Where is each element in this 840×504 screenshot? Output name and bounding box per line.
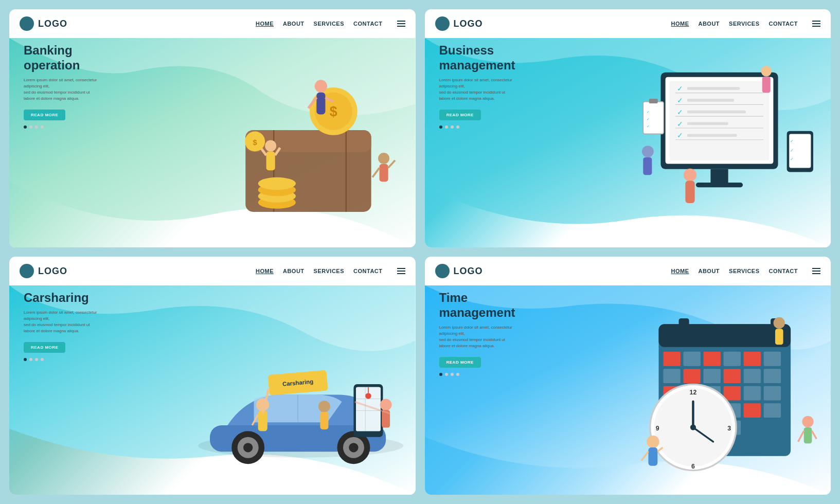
carsharing-svg: Carsharing xyxy=(151,285,415,495)
svg-line-140 xyxy=(798,431,803,442)
svg-line-141 xyxy=(812,431,816,439)
illustration-time: 12 3 6 9 xyxy=(567,285,831,495)
svg-rect-27 xyxy=(710,169,728,184)
svg-rect-133 xyxy=(648,447,657,466)
svg-point-68 xyxy=(243,443,253,452)
illustration-business: ✓ ✓ ✓ ✓ ✓ xyxy=(567,38,831,247)
svg-point-131 xyxy=(690,424,696,430)
svg-rect-75 xyxy=(258,410,267,431)
card-desc-banking: Lorem ipsum dolor sit amet, consectetur … xyxy=(24,77,106,102)
dot-1 xyxy=(439,125,442,129)
svg-rect-28 xyxy=(696,183,743,187)
read-more-business[interactable]: READ MORE xyxy=(439,110,481,120)
logo-area-banking: LOGO xyxy=(20,16,67,31)
nav-about-business[interactable]: ABOUT xyxy=(698,21,720,27)
nav-contact-banking[interactable]: CONTACT xyxy=(353,21,382,27)
svg-rect-40 xyxy=(687,87,740,90)
card-title-banking: Banking operation xyxy=(24,43,106,73)
hamburger-line xyxy=(397,23,405,24)
nav-services-banking[interactable]: SERVICES xyxy=(314,21,344,27)
nav-contact-time[interactable]: CONTACT xyxy=(769,268,798,274)
nav-home-time[interactable]: HOME xyxy=(671,268,689,274)
time-svg: 12 3 6 9 xyxy=(567,285,831,495)
logo-text-banking: LOGO xyxy=(38,19,67,29)
business-svg: ✓ ✓ ✓ ✓ ✓ xyxy=(567,38,831,247)
card-banking: LOGO HOME ABOUT SERVICES CONTACT xyxy=(9,9,416,247)
svg-text:$: $ xyxy=(330,104,337,119)
dot-4 xyxy=(456,125,459,129)
svg-point-138 xyxy=(802,416,813,427)
nav-home-carsharing[interactable]: HOME xyxy=(256,268,274,274)
svg-text:$: $ xyxy=(253,138,257,147)
card-carsharing: LOGO HOME ABOUT SERVICES CONTACT xyxy=(9,257,416,495)
hamburger-line xyxy=(397,26,405,27)
logo-area-carsharing: LOGO xyxy=(20,264,67,278)
nav-home-business[interactable]: HOME xyxy=(671,21,689,27)
nav-links-carsharing: HOME ABOUT SERVICES CONTACT xyxy=(256,268,405,274)
hamburger-business[interactable] xyxy=(812,21,820,27)
text-section-time: Time management Lorem ipsum dolor sit am… xyxy=(439,291,522,376)
nav-contact-carsharing[interactable]: CONTACT xyxy=(353,268,382,274)
illustration-carsharing: Carsharing xyxy=(151,285,415,495)
logo-circle-banking xyxy=(20,16,34,31)
svg-rect-22 xyxy=(380,164,388,182)
nav-services-business[interactable]: SERVICES xyxy=(729,21,759,27)
svg-rect-44 xyxy=(687,134,737,137)
svg-point-78 xyxy=(318,401,330,412)
hamburger-line xyxy=(812,26,820,27)
svg-text:✓: ✓ xyxy=(790,148,794,153)
dot-1 xyxy=(439,373,442,376)
nav-services-time[interactable]: SERVICES xyxy=(729,268,759,274)
logo-area-business: LOGO xyxy=(435,16,483,31)
svg-text:9: 9 xyxy=(656,425,659,432)
svg-rect-95 xyxy=(663,352,680,366)
dots-banking xyxy=(24,125,106,129)
dot-2 xyxy=(445,125,448,129)
card-title-time: Time management xyxy=(439,291,522,320)
card-time: LOGO HOME ABOUT SERVICES CONTACT xyxy=(425,257,831,495)
nav-home-banking[interactable]: HOME xyxy=(256,21,274,27)
card-business: LOGO HOME ABOUT SERVICES CONTACT xyxy=(425,9,831,247)
svg-text:✓: ✓ xyxy=(790,139,794,144)
svg-line-134 xyxy=(641,452,648,461)
nav-about-carsharing[interactable]: ABOUT xyxy=(283,268,305,274)
svg-rect-137 xyxy=(775,329,783,345)
logo-text-time: LOGO xyxy=(454,266,483,277)
logo-text-business: LOGO xyxy=(454,19,483,29)
hamburger-carsharing[interactable] xyxy=(397,268,405,274)
read-more-banking[interactable]: READ MORE xyxy=(24,110,65,120)
dot-4 xyxy=(41,125,44,129)
svg-point-86 xyxy=(366,393,371,399)
nav-services-carsharing[interactable]: SERVICES xyxy=(314,268,344,274)
read-more-time[interactable]: READ MORE xyxy=(439,357,481,368)
dot-3 xyxy=(451,125,454,129)
hamburger-time[interactable] xyxy=(812,268,820,274)
svg-point-88 xyxy=(380,399,392,411)
svg-point-49 xyxy=(761,66,772,77)
svg-rect-101 xyxy=(663,369,680,383)
read-more-carsharing[interactable]: READ MORE xyxy=(24,342,65,353)
svg-rect-111 xyxy=(743,386,760,401)
nav-about-banking[interactable]: ABOUT xyxy=(283,21,305,27)
nav-links-time: HOME ABOUT SERVICES CONTACT xyxy=(671,268,820,274)
svg-text:✓: ✓ xyxy=(677,85,683,93)
svg-rect-46 xyxy=(685,181,694,203)
svg-rect-102 xyxy=(683,369,700,383)
svg-rect-16 xyxy=(266,152,275,171)
svg-text:✓: ✓ xyxy=(790,157,794,161)
svg-rect-41 xyxy=(687,99,734,102)
svg-point-15 xyxy=(265,140,276,152)
dots-carsharing xyxy=(24,358,106,361)
hamburger-banking[interactable] xyxy=(397,21,405,27)
dot-1 xyxy=(24,358,27,361)
nav-about-time[interactable]: ABOUT xyxy=(698,268,720,274)
dot-2 xyxy=(445,373,448,376)
card-desc-carsharing: Lorem ipsum dolor sit amet, consectetur … xyxy=(24,310,106,334)
banking-svg: $ $ xyxy=(151,38,415,247)
dots-business xyxy=(439,125,522,129)
nav-links-banking: HOME ABOUT SERVICES CONTACT xyxy=(256,21,405,27)
nav-contact-business[interactable]: CONTACT xyxy=(769,21,798,27)
svg-rect-104 xyxy=(723,369,740,383)
dot-4 xyxy=(41,358,44,361)
svg-point-7 xyxy=(258,177,296,190)
